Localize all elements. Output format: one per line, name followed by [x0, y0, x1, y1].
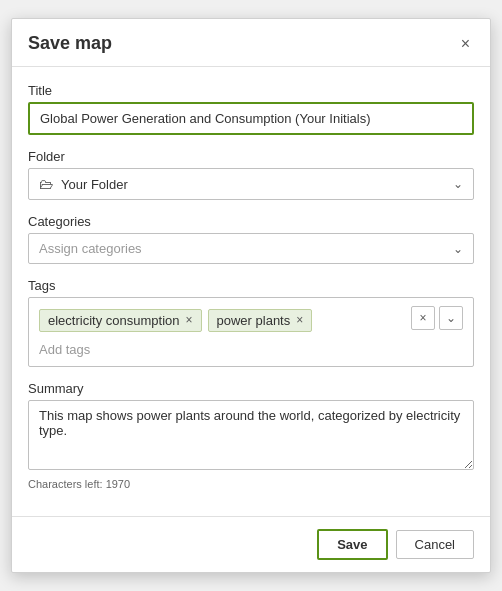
dialog-body: Title Folder 🗁 Your Folder ⌄ Categories …	[12, 67, 490, 516]
dialog-header: Save map ×	[12, 19, 490, 67]
summary-textarea[interactable]: This map shows power plants around the w…	[28, 400, 474, 470]
save-button[interactable]: Save	[317, 529, 387, 560]
close-button[interactable]: ×	[457, 34, 474, 54]
tag-electricity-consumption-label: electricity consumption	[48, 313, 180, 328]
categories-label: Categories	[28, 214, 474, 229]
summary-label: Summary	[28, 381, 474, 396]
tag-electricity-consumption: electricity consumption ×	[39, 309, 202, 332]
folder-icon: 🗁	[39, 176, 53, 192]
tags-label: Tags	[28, 278, 474, 293]
tags-field-group: Tags electricity consumption × power pla…	[28, 278, 474, 367]
save-map-dialog: Save map × Title Folder 🗁 Your Folder ⌄ …	[11, 18, 491, 573]
folder-field-group: Folder 🗁 Your Folder ⌄	[28, 149, 474, 200]
remove-tag-power-plants[interactable]: ×	[296, 314, 303, 326]
tags-row: electricity consumption × power plants ×…	[39, 306, 463, 334]
dialog-footer: Save Cancel	[12, 516, 490, 572]
categories-field-group: Categories Assign categories ⌄	[28, 214, 474, 264]
remove-tag-electricity-consumption[interactable]: ×	[186, 314, 193, 326]
tags-actions: × ⌄	[411, 306, 463, 330]
title-input[interactable]	[28, 102, 474, 135]
folder-chevron-icon: ⌄	[453, 177, 463, 191]
dialog-title: Save map	[28, 33, 112, 54]
tags-container: electricity consumption × power plants ×…	[28, 297, 474, 367]
categories-chevron-icon: ⌄	[453, 242, 463, 256]
categories-select[interactable]: Assign categories ⌄	[28, 233, 474, 264]
title-label: Title	[28, 83, 474, 98]
tag-power-plants-label: power plants	[217, 313, 291, 328]
categories-placeholder: Assign categories	[39, 241, 142, 256]
tag-power-plants: power plants ×	[208, 309, 313, 332]
title-field-group: Title	[28, 83, 474, 135]
folder-label: Folder	[28, 149, 474, 164]
folder-value: Your Folder	[61, 177, 128, 192]
chars-left: Characters left: 1970	[28, 478, 474, 490]
tags-chevron-button[interactable]: ⌄	[439, 306, 463, 330]
cancel-button[interactable]: Cancel	[396, 530, 474, 559]
folder-select-inner: 🗁 Your Folder	[39, 176, 128, 192]
clear-tags-button[interactable]: ×	[411, 306, 435, 330]
tags-add-placeholder[interactable]: Add tags	[39, 340, 463, 359]
folder-select[interactable]: 🗁 Your Folder ⌄	[28, 168, 474, 200]
summary-field-group: Summary This map shows power plants arou…	[28, 381, 474, 490]
